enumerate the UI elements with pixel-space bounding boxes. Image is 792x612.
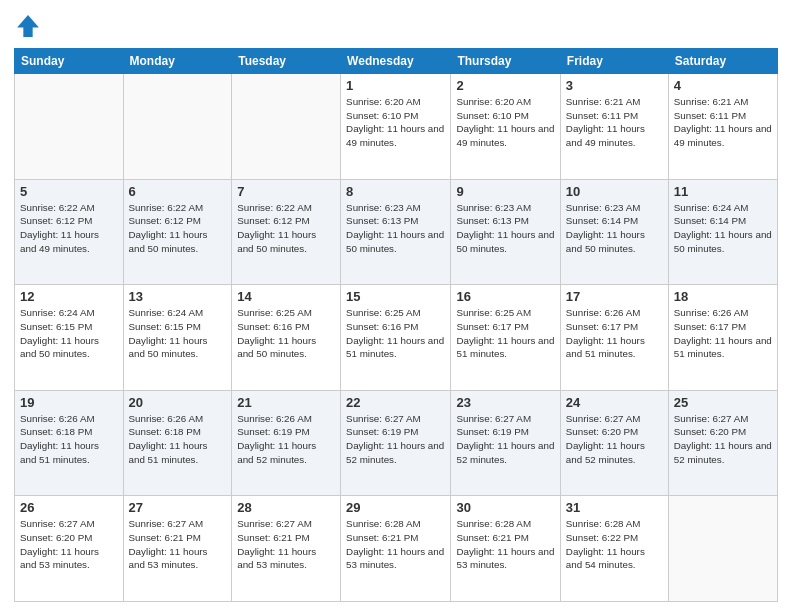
svg-marker-0 (17, 15, 39, 37)
calendar-cell (668, 496, 777, 602)
header (14, 12, 778, 40)
day-info: Sunrise: 6:25 AMSunset: 6:16 PMDaylight:… (346, 306, 445, 361)
day-info: Sunrise: 6:23 AMSunset: 6:13 PMDaylight:… (456, 201, 554, 256)
day-info: Sunrise: 6:26 AMSunset: 6:18 PMDaylight:… (20, 412, 118, 467)
day-number: 27 (129, 500, 227, 515)
header-row: SundayMondayTuesdayWednesdayThursdayFrid… (15, 49, 778, 74)
day-info: Sunrise: 6:22 AMSunset: 6:12 PMDaylight:… (237, 201, 335, 256)
day-info: Sunrise: 6:26 AMSunset: 6:17 PMDaylight:… (566, 306, 663, 361)
calendar-cell: 19Sunrise: 6:26 AMSunset: 6:18 PMDayligh… (15, 390, 124, 496)
day-info: Sunrise: 6:27 AMSunset: 6:19 PMDaylight:… (346, 412, 445, 467)
day-number: 8 (346, 184, 445, 199)
calendar-cell: 27Sunrise: 6:27 AMSunset: 6:21 PMDayligh… (123, 496, 232, 602)
calendar-cell: 3Sunrise: 6:21 AMSunset: 6:11 PMDaylight… (560, 74, 668, 180)
calendar-cell (15, 74, 124, 180)
calendar-cell: 1Sunrise: 6:20 AMSunset: 6:10 PMDaylight… (341, 74, 451, 180)
day-info: Sunrise: 6:24 AMSunset: 6:15 PMDaylight:… (20, 306, 118, 361)
day-number: 2 (456, 78, 554, 93)
day-number: 19 (20, 395, 118, 410)
calendar-cell: 11Sunrise: 6:24 AMSunset: 6:14 PMDayligh… (668, 179, 777, 285)
day-info: Sunrise: 6:20 AMSunset: 6:10 PMDaylight:… (456, 95, 554, 150)
calendar-cell: 26Sunrise: 6:27 AMSunset: 6:20 PMDayligh… (15, 496, 124, 602)
week-row-3: 12Sunrise: 6:24 AMSunset: 6:15 PMDayligh… (15, 285, 778, 391)
calendar-cell: 21Sunrise: 6:26 AMSunset: 6:19 PMDayligh… (232, 390, 341, 496)
day-number: 13 (129, 289, 227, 304)
day-header-tuesday: Tuesday (232, 49, 341, 74)
day-info: Sunrise: 6:23 AMSunset: 6:13 PMDaylight:… (346, 201, 445, 256)
day-info: Sunrise: 6:28 AMSunset: 6:21 PMDaylight:… (346, 517, 445, 572)
calendar-cell: 29Sunrise: 6:28 AMSunset: 6:21 PMDayligh… (341, 496, 451, 602)
day-number: 26 (20, 500, 118, 515)
day-number: 23 (456, 395, 554, 410)
day-number: 4 (674, 78, 772, 93)
calendar-cell: 20Sunrise: 6:26 AMSunset: 6:18 PMDayligh… (123, 390, 232, 496)
logo (14, 12, 46, 40)
day-info: Sunrise: 6:26 AMSunset: 6:17 PMDaylight:… (674, 306, 772, 361)
calendar-cell: 12Sunrise: 6:24 AMSunset: 6:15 PMDayligh… (15, 285, 124, 391)
calendar-cell: 24Sunrise: 6:27 AMSunset: 6:20 PMDayligh… (560, 390, 668, 496)
calendar-cell: 8Sunrise: 6:23 AMSunset: 6:13 PMDaylight… (341, 179, 451, 285)
day-number: 14 (237, 289, 335, 304)
calendar-cell: 5Sunrise: 6:22 AMSunset: 6:12 PMDaylight… (15, 179, 124, 285)
day-number: 9 (456, 184, 554, 199)
calendar-cell: 9Sunrise: 6:23 AMSunset: 6:13 PMDaylight… (451, 179, 560, 285)
calendar-cell: 23Sunrise: 6:27 AMSunset: 6:19 PMDayligh… (451, 390, 560, 496)
day-number: 10 (566, 184, 663, 199)
day-header-thursday: Thursday (451, 49, 560, 74)
calendar-cell: 15Sunrise: 6:25 AMSunset: 6:16 PMDayligh… (341, 285, 451, 391)
day-header-friday: Friday (560, 49, 668, 74)
week-row-5: 26Sunrise: 6:27 AMSunset: 6:20 PMDayligh… (15, 496, 778, 602)
calendar-cell: 4Sunrise: 6:21 AMSunset: 6:11 PMDaylight… (668, 74, 777, 180)
day-number: 12 (20, 289, 118, 304)
calendar-cell: 17Sunrise: 6:26 AMSunset: 6:17 PMDayligh… (560, 285, 668, 391)
day-info: Sunrise: 6:27 AMSunset: 6:19 PMDaylight:… (456, 412, 554, 467)
calendar-cell: 22Sunrise: 6:27 AMSunset: 6:19 PMDayligh… (341, 390, 451, 496)
day-info: Sunrise: 6:25 AMSunset: 6:16 PMDaylight:… (237, 306, 335, 361)
day-number: 24 (566, 395, 663, 410)
calendar-cell: 25Sunrise: 6:27 AMSunset: 6:20 PMDayligh… (668, 390, 777, 496)
day-info: Sunrise: 6:20 AMSunset: 6:10 PMDaylight:… (346, 95, 445, 150)
day-number: 6 (129, 184, 227, 199)
day-info: Sunrise: 6:25 AMSunset: 6:17 PMDaylight:… (456, 306, 554, 361)
day-number: 21 (237, 395, 335, 410)
day-info: Sunrise: 6:24 AMSunset: 6:15 PMDaylight:… (129, 306, 227, 361)
day-info: Sunrise: 6:23 AMSunset: 6:14 PMDaylight:… (566, 201, 663, 256)
calendar-table: SundayMondayTuesdayWednesdayThursdayFrid… (14, 48, 778, 602)
week-row-1: 1Sunrise: 6:20 AMSunset: 6:10 PMDaylight… (15, 74, 778, 180)
day-number: 30 (456, 500, 554, 515)
day-info: Sunrise: 6:22 AMSunset: 6:12 PMDaylight:… (20, 201, 118, 256)
day-info: Sunrise: 6:21 AMSunset: 6:11 PMDaylight:… (674, 95, 772, 150)
day-info: Sunrise: 6:27 AMSunset: 6:21 PMDaylight:… (237, 517, 335, 572)
calendar-header: SundayMondayTuesdayWednesdayThursdayFrid… (15, 49, 778, 74)
calendar-cell: 16Sunrise: 6:25 AMSunset: 6:17 PMDayligh… (451, 285, 560, 391)
day-number: 29 (346, 500, 445, 515)
calendar-cell (232, 74, 341, 180)
day-number: 15 (346, 289, 445, 304)
calendar-cell: 10Sunrise: 6:23 AMSunset: 6:14 PMDayligh… (560, 179, 668, 285)
calendar-cell: 13Sunrise: 6:24 AMSunset: 6:15 PMDayligh… (123, 285, 232, 391)
calendar-cell: 6Sunrise: 6:22 AMSunset: 6:12 PMDaylight… (123, 179, 232, 285)
day-header-monday: Monday (123, 49, 232, 74)
calendar-cell (123, 74, 232, 180)
day-header-wednesday: Wednesday (341, 49, 451, 74)
day-number: 3 (566, 78, 663, 93)
day-info: Sunrise: 6:26 AMSunset: 6:18 PMDaylight:… (129, 412, 227, 467)
calendar-cell: 14Sunrise: 6:25 AMSunset: 6:16 PMDayligh… (232, 285, 341, 391)
day-info: Sunrise: 6:27 AMSunset: 6:20 PMDaylight:… (20, 517, 118, 572)
day-number: 31 (566, 500, 663, 515)
calendar-cell: 30Sunrise: 6:28 AMSunset: 6:21 PMDayligh… (451, 496, 560, 602)
day-info: Sunrise: 6:28 AMSunset: 6:21 PMDaylight:… (456, 517, 554, 572)
day-header-sunday: Sunday (15, 49, 124, 74)
logo-icon (14, 12, 42, 40)
page: SundayMondayTuesdayWednesdayThursdayFrid… (0, 0, 792, 612)
day-number: 16 (456, 289, 554, 304)
calendar-cell: 7Sunrise: 6:22 AMSunset: 6:12 PMDaylight… (232, 179, 341, 285)
day-number: 11 (674, 184, 772, 199)
day-number: 5 (20, 184, 118, 199)
day-header-saturday: Saturday (668, 49, 777, 74)
day-number: 1 (346, 78, 445, 93)
week-row-2: 5Sunrise: 6:22 AMSunset: 6:12 PMDaylight… (15, 179, 778, 285)
calendar-cell: 18Sunrise: 6:26 AMSunset: 6:17 PMDayligh… (668, 285, 777, 391)
calendar-cell: 2Sunrise: 6:20 AMSunset: 6:10 PMDaylight… (451, 74, 560, 180)
day-number: 28 (237, 500, 335, 515)
